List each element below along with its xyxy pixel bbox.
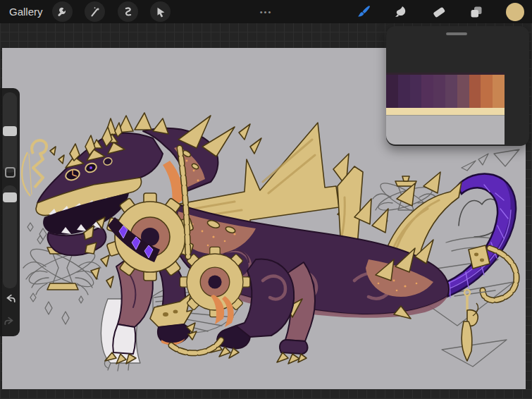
panel-drag-handle[interactable] bbox=[446, 32, 467, 35]
palette-color bbox=[481, 75, 493, 108]
brush-opacity-slider-handle[interactable] bbox=[3, 192, 17, 202]
layers-button[interactable] bbox=[466, 1, 486, 22]
redo-button[interactable] bbox=[2, 314, 18, 329]
active-color-swatch bbox=[506, 3, 524, 21]
eraser-tool-button[interactable] bbox=[428, 1, 449, 22]
paint-brush-icon bbox=[356, 4, 371, 20]
smudge-tool-button[interactable] bbox=[390, 1, 411, 22]
brush-size-slider-handle[interactable] bbox=[3, 126, 17, 136]
color-swatch-button[interactable] bbox=[505, 1, 525, 22]
palette-cream-band bbox=[386, 108, 505, 115]
palette-strip bbox=[386, 75, 505, 108]
palette-color bbox=[493, 75, 505, 108]
palette-color bbox=[421, 75, 433, 108]
tail-ornaments bbox=[454, 245, 516, 361]
undo-icon bbox=[4, 293, 16, 305]
top-toolbar: Gallery ••• bbox=[0, 0, 532, 23]
modify-button[interactable] bbox=[5, 167, 16, 178]
layers-icon bbox=[469, 4, 484, 20]
brush-tool-button[interactable] bbox=[353, 1, 373, 22]
canvas-menu-button[interactable]: ••• bbox=[0, 0, 532, 23]
redo-icon bbox=[4, 315, 16, 328]
palette-color bbox=[433, 75, 445, 108]
palette-color bbox=[386, 75, 398, 108]
palette-color bbox=[398, 75, 410, 108]
reference-image bbox=[386, 73, 505, 145]
smudge-icon bbox=[393, 4, 409, 20]
undo-button[interactable] bbox=[2, 291, 18, 307]
palette-color bbox=[469, 75, 481, 108]
reference-panel bbox=[386, 26, 529, 146]
eraser-icon bbox=[431, 4, 447, 20]
sidebar bbox=[0, 88, 20, 336]
palette-divider bbox=[386, 115, 505, 116]
palette-color bbox=[445, 75, 457, 108]
palette-color bbox=[410, 75, 422, 108]
palette-color bbox=[457, 75, 469, 108]
procreate-app: Gallery ••• bbox=[0, 0, 532, 399]
